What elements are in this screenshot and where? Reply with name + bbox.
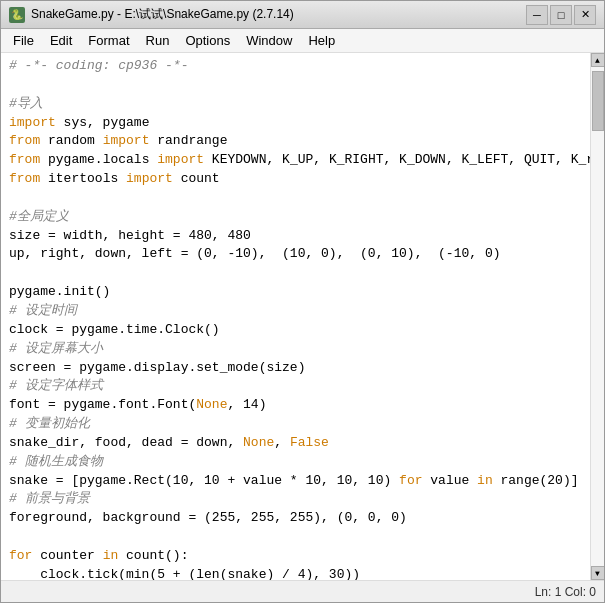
- code-line-8: [9, 189, 582, 208]
- maximize-button[interactable]: □: [550, 5, 572, 25]
- code-line-9: #全局定义: [9, 208, 582, 227]
- code-line-16: # 设定屏幕大小: [9, 340, 582, 359]
- menu-run[interactable]: Run: [138, 31, 178, 50]
- code-line-1: # -*- coding: cp936 -*-: [9, 57, 582, 76]
- window-controls: ─ □ ✕: [526, 5, 596, 25]
- code-line-22: # 随机生成食物: [9, 453, 582, 472]
- menu-window[interactable]: Window: [238, 31, 300, 50]
- menu-format[interactable]: Format: [80, 31, 137, 50]
- menu-file[interactable]: File: [5, 31, 42, 50]
- code-line-3: #导入: [9, 95, 582, 114]
- close-button[interactable]: ✕: [574, 5, 596, 25]
- scroll-track[interactable]: [591, 67, 605, 566]
- menu-bar: File Edit Format Run Options Window Help: [1, 29, 604, 53]
- menu-edit[interactable]: Edit: [42, 31, 80, 50]
- code-line-20: # 变量初始化: [9, 415, 582, 434]
- scroll-down-arrow[interactable]: ▼: [591, 566, 605, 580]
- code-line-11: up, right, down, left = (0, -10), (10, 0…: [9, 245, 582, 264]
- code-line-5: from random import randrange: [9, 132, 582, 151]
- minimize-button[interactable]: ─: [526, 5, 548, 25]
- menu-help[interactable]: Help: [300, 31, 343, 50]
- code-line-25: foreground, background = (255, 255, 255)…: [9, 509, 582, 528]
- code-line-4: import sys, pygame: [9, 114, 582, 133]
- app-icon: 🐍: [9, 7, 25, 23]
- code-editor[interactable]: # -*- coding: cp936 -*- #导入 import sys, …: [1, 53, 590, 580]
- code-line-21: snake_dir, food, dead = down, None, Fals…: [9, 434, 582, 453]
- editor-area: # -*- coding: cp936 -*- #导入 import sys, …: [1, 53, 604, 580]
- title-bar: 🐍 SnakeGame.py - E:\试试\SnakeGame.py (2.7…: [1, 1, 604, 29]
- code-line-26: [9, 528, 582, 547]
- main-window: 🐍 SnakeGame.py - E:\试试\SnakeGame.py (2.7…: [0, 0, 605, 603]
- code-line-15: clock = pygame.time.Clock(): [9, 321, 582, 340]
- code-line-14: # 设定时间: [9, 302, 582, 321]
- vertical-scrollbar[interactable]: ▲ ▼: [590, 53, 604, 580]
- menu-options[interactable]: Options: [177, 31, 238, 50]
- code-line-2: [9, 76, 582, 95]
- code-line-17: screen = pygame.display.set_mode(size): [9, 359, 582, 378]
- code-line-19: font = pygame.font.Font(None, 14): [9, 396, 582, 415]
- scroll-thumb[interactable]: [592, 71, 604, 131]
- window-title: SnakeGame.py - E:\试试\SnakeGame.py (2.7.1…: [31, 6, 526, 23]
- code-line-24: # 前景与背景: [9, 490, 582, 509]
- code-line-23: snake = [pygame.Rect(10, 10 + value * 10…: [9, 472, 582, 491]
- code-line-10: size = width, height = 480, 480: [9, 227, 582, 246]
- code-line-18: # 设定字体样式: [9, 377, 582, 396]
- cursor-position: Ln: 1 Col: 0: [535, 585, 596, 599]
- code-line-13: pygame.init(): [9, 283, 582, 302]
- code-line-28: clock.tick(min(5 + (len(snake) / 4), 30)…: [9, 566, 582, 580]
- code-line-27: for counter in count():: [9, 547, 582, 566]
- code-line-12: [9, 264, 582, 283]
- code-line-7: from itertools import count: [9, 170, 582, 189]
- scroll-up-arrow[interactable]: ▲: [591, 53, 605, 67]
- code-line-6: from pygame.locals import KEYDOWN, K_UP,…: [9, 151, 582, 170]
- status-bar: Ln: 1 Col: 0: [1, 580, 604, 602]
